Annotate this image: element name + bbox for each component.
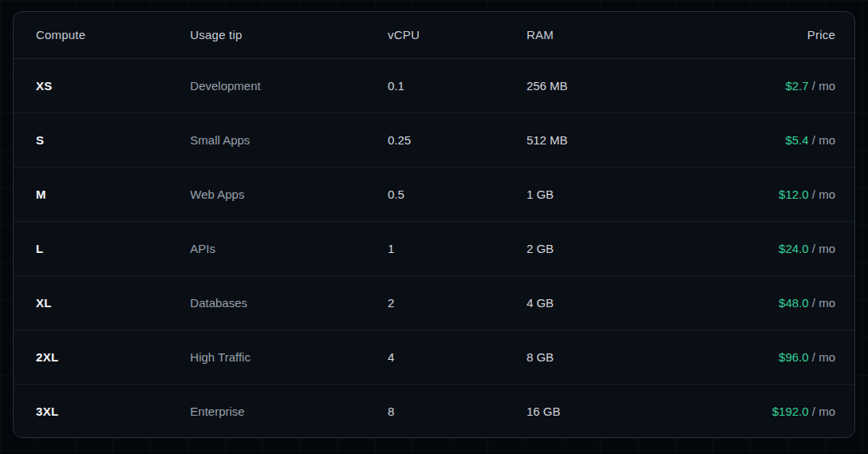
table-body: XS Development 0.1 256 MB $2.7 / mo S Sm…: [14, 58, 854, 438]
table-row: XS Development 0.1 256 MB $2.7 / mo: [14, 58, 854, 113]
table-header-row: Compute Usage tip vCPU RAM Price: [14, 12, 854, 58]
usage-tip-label: Databases: [190, 296, 247, 310]
price-amount: $24.0: [779, 242, 809, 255]
compute-size-cell: 3XL: [14, 384, 190, 438]
price-cell: $5.4 / mo: [686, 113, 854, 167]
price-period-suffix: / mo: [812, 79, 835, 93]
price-cell: $2.7 / mo: [686, 58, 854, 113]
ram-cell: 8 GB: [527, 330, 686, 384]
vcpu-cell: 0.5: [388, 167, 527, 221]
compute-size-label: 2XL: [36, 350, 58, 364]
compute-size-cell: L: [14, 221, 190, 275]
ram-value: 512 MB: [527, 133, 568, 147]
ram-cell: 16 GB: [527, 384, 686, 438]
usage-tip-cell: Development: [190, 58, 388, 113]
vcpu-cell: 4: [388, 330, 527, 384]
compute-size-label: M: [36, 188, 46, 201]
usage-tip-cell: High Traffic: [190, 330, 388, 384]
table-row: L APIs 1 2 GB $24.0 / mo: [14, 221, 854, 275]
ram-cell: 256 MB: [527, 58, 686, 113]
ram-cell: 2 GB: [527, 221, 686, 275]
ram-value: 16 GB: [527, 405, 561, 418]
column-header-usage-tip: Usage tip: [190, 12, 388, 58]
table-row: XL Databases 2 4 GB $48.0 / mo: [14, 275, 854, 330]
table-row: 2XL High Traffic 4 8 GB $96.0 / mo: [14, 330, 854, 384]
compute-size-cell: 2XL: [14, 330, 190, 384]
price-period-suffix: / mo: [812, 133, 835, 147]
usage-tip-label: Web Apps: [190, 188, 244, 201]
vcpu-cell: 8: [388, 384, 527, 438]
column-header-vcpu: vCPU: [388, 12, 527, 58]
ram-cell: 1 GB: [527, 167, 686, 221]
compute-size-label: 3XL: [36, 405, 58, 418]
vcpu-value: 0.5: [388, 188, 404, 201]
price-amount: $96.0: [779, 350, 809, 364]
price-cell: $48.0 / mo: [686, 275, 854, 330]
compute-size-label: L: [36, 242, 43, 255]
compute-size-cell: XS: [14, 58, 190, 113]
vcpu-cell: 1: [388, 221, 527, 275]
compute-pricing-card: Compute Usage tip vCPU RAM Price XS Deve…: [13, 11, 855, 438]
usage-tip-label: Enterprise: [190, 405, 244, 418]
ram-value: 2 GB: [527, 242, 554, 255]
column-header-price: Price: [686, 12, 854, 58]
usage-tip-label: High Traffic: [190, 350, 251, 364]
vcpu-value: 1: [388, 242, 394, 255]
vcpu-value: 8: [388, 405, 394, 418]
compute-size-label: S: [36, 133, 44, 147]
price-cell: $12.0 / mo: [686, 167, 854, 221]
usage-tip-cell: APIs: [190, 221, 388, 275]
usage-tip-cell: Web Apps: [190, 167, 388, 221]
usage-tip-label: Small Apps: [190, 133, 250, 147]
ram-cell: 512 MB: [527, 113, 686, 167]
vcpu-value: 4: [388, 350, 394, 364]
compute-size-cell: S: [14, 113, 190, 167]
vcpu-cell: 2: [388, 275, 527, 330]
compute-size-cell: M: [14, 167, 190, 221]
column-header-ram: RAM: [527, 12, 686, 58]
vcpu-value: 0.1: [388, 79, 404, 93]
price-cell: $96.0 / mo: [686, 330, 854, 384]
ram-value: 4 GB: [527, 296, 554, 310]
usage-tip-cell: Enterprise: [190, 384, 388, 438]
usage-tip-label: APIs: [190, 242, 215, 255]
usage-tip-cell: Databases: [190, 275, 388, 330]
table-row: S Small Apps 0.25 512 MB $5.4 / mo: [14, 113, 854, 167]
column-header-compute: Compute: [14, 12, 190, 58]
vcpu-cell: 0.25: [388, 113, 527, 167]
usage-tip-label: Development: [190, 79, 260, 93]
compute-size-label: XS: [36, 79, 53, 93]
table-row: M Web Apps 0.5 1 GB $12.0 / mo: [14, 167, 854, 221]
price-period-suffix: / mo: [812, 242, 835, 255]
compute-pricing-table: Compute Usage tip vCPU RAM Price XS Deve…: [14, 12, 854, 438]
price-amount: $192.0: [772, 405, 809, 418]
price-amount: $48.0: [779, 296, 809, 310]
compute-size-cell: XL: [14, 275, 190, 330]
price-amount: $5.4: [785, 133, 808, 147]
compute-size-label: XL: [36, 296, 52, 310]
price-amount: $12.0: [779, 188, 809, 201]
vcpu-cell: 0.1: [388, 58, 527, 113]
ram-value: 256 MB: [527, 79, 568, 93]
ram-value: 1 GB: [527, 188, 554, 201]
ram-value: 8 GB: [527, 350, 554, 364]
vcpu-value: 2: [388, 296, 394, 310]
price-period-suffix: / mo: [812, 405, 835, 418]
ram-cell: 4 GB: [527, 275, 686, 330]
price-amount: $2.7: [785, 79, 808, 93]
price-period-suffix: / mo: [812, 350, 835, 364]
usage-tip-cell: Small Apps: [190, 113, 388, 167]
price-period-suffix: / mo: [812, 188, 835, 201]
price-cell: $192.0 / mo: [686, 384, 854, 438]
price-cell: $24.0 / mo: [686, 221, 854, 275]
price-period-suffix: / mo: [812, 296, 835, 310]
vcpu-value: 0.25: [388, 133, 411, 147]
table-row: 3XL Enterprise 8 16 GB $192.0 / mo: [14, 384, 854, 438]
